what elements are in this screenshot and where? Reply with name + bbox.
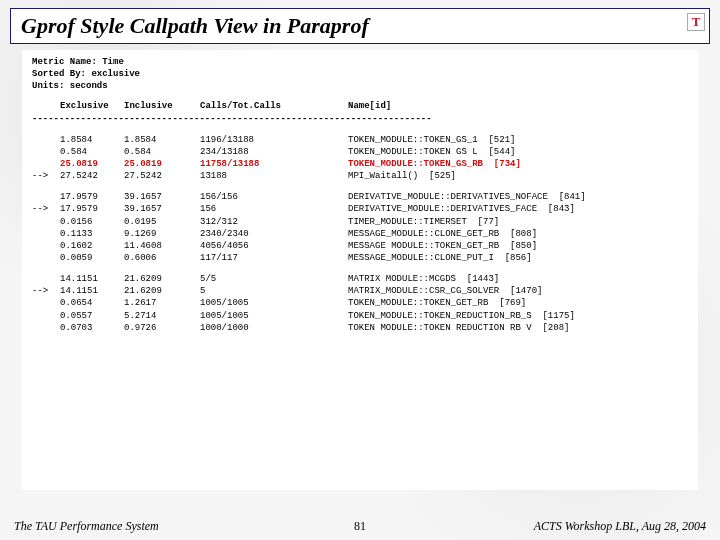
inclusive-cell: 5.2714	[124, 310, 200, 322]
table-row: 14.115121.62095/5MATRIX MODULE::MCGDS [1…	[32, 273, 688, 285]
call-group: 17.957939.1657156/156DERIVATIVE_MODULE::…	[32, 191, 688, 264]
calls-cell: 1005/1005	[200, 297, 348, 309]
exclusive-cell: 17.9579	[60, 191, 124, 203]
name-cell: TOKEN_MODULE::TOKEN_GET_RB [769]	[348, 297, 688, 309]
name-cell: MPI_Waitall() [525]	[348, 170, 688, 182]
table-row: 0.160211.46084056/4056MESSAGE MODULE::TO…	[32, 240, 688, 252]
arrow-cell: -->	[32, 285, 60, 297]
exclusive-cell: 27.5242	[60, 170, 124, 182]
col-spacer	[32, 100, 60, 112]
name-cell: DERIVATIVE_MODULE::DERIVATIVES_FACE [843…	[348, 203, 688, 215]
logo-letter: T	[692, 14, 701, 30]
table-row: -->14.115121.62095MATRIX_MODULE::CSR_CG_…	[32, 285, 688, 297]
arrow-cell: -->	[32, 203, 60, 215]
name-cell: MESSAGE_MODULE::CLONE_PUT_I [856]	[348, 252, 688, 264]
calls-cell: 1005/1005	[200, 310, 348, 322]
exclusive-cell: 25.0819	[60, 158, 124, 170]
inclusive-cell: 25.0819	[124, 158, 200, 170]
arrow-cell	[32, 228, 60, 240]
table-row: 0.00590.6006117/117MESSAGE_MODULE::CLONE…	[32, 252, 688, 264]
col-inclusive: Inclusive	[124, 100, 200, 112]
call-group: 1.85841.85841196/13188TOKEN_MODULE::TOKE…	[32, 134, 688, 183]
calls-cell: 234/13188	[200, 146, 348, 158]
exclusive-cell: 0.1133	[60, 228, 124, 240]
arrow-cell	[32, 310, 60, 322]
name-cell: MATRIX_MODULE::CSR_CG_SOLVER [1470]	[348, 285, 688, 297]
table-row: 0.07030.97261000/1000TOKEN MODULE::TOKEN…	[32, 322, 688, 334]
exclusive-cell: 17.9579	[60, 203, 124, 215]
exclusive-cell: 0.0654	[60, 297, 124, 309]
arrow-cell: -->	[32, 170, 60, 182]
calls-cell: 5	[200, 285, 348, 297]
exclusive-cell: 14.1151	[60, 285, 124, 297]
slide-title: Gprof Style Callpath View in Paraprof	[21, 13, 369, 38]
content-area: Metric Name: Time Sorted By: exclusive U…	[22, 50, 698, 490]
calls-cell: 117/117	[200, 252, 348, 264]
exclusive-cell: 0.0156	[60, 216, 124, 228]
inclusive-cell: 0.9726	[124, 322, 200, 334]
footer-page-number: 81	[354, 519, 366, 534]
units-line: Units: seconds	[32, 80, 688, 92]
name-cell: TOKEN_MODULE::TOKEN_GS_RB [734]	[348, 158, 688, 170]
exclusive-cell: 0.1602	[60, 240, 124, 252]
calls-cell: 312/312	[200, 216, 348, 228]
name-cell: MESSAGE MODULE::TOKEN_GET_RB [850]	[348, 240, 688, 252]
inclusive-cell: 9.1269	[124, 228, 200, 240]
inclusive-cell: 27.5242	[124, 170, 200, 182]
calls-cell: 156/156	[200, 191, 348, 203]
table-row: -->27.524227.524213188MPI_Waitall() [525…	[32, 170, 688, 182]
calls-cell: 5/5	[200, 273, 348, 285]
exclusive-cell: 0.584	[60, 146, 124, 158]
inclusive-cell: 0.6006	[124, 252, 200, 264]
groups-container: 1.85841.85841196/13188TOKEN_MODULE::TOKE…	[32, 134, 688, 334]
col-calls: Calls/Tot.Calls	[200, 100, 348, 112]
name-cell: TOKEN MODULE::TOKEN REDUCTION RB V [208]	[348, 322, 688, 334]
calls-cell: 2340/2340	[200, 228, 348, 240]
calls-cell: 4056/4056	[200, 240, 348, 252]
footer-right: ACTS Workshop LBL, Aug 28, 2004	[534, 519, 706, 534]
arrow-cell	[32, 191, 60, 203]
arrow-cell	[32, 158, 60, 170]
sorted-by-line: Sorted By: exclusive	[32, 68, 688, 80]
arrow-cell	[32, 252, 60, 264]
exclusive-cell: 0.0059	[60, 252, 124, 264]
inclusive-cell: 1.8584	[124, 134, 200, 146]
table-row: 0.06541.26171005/1005TOKEN_MODULE::TOKEN…	[32, 297, 688, 309]
arrow-cell	[32, 273, 60, 285]
table-row: 0.5840.584234/13188TOKEN_MODULE::TOKEN G…	[32, 146, 688, 158]
inclusive-cell: 21.6209	[124, 285, 200, 297]
exclusive-cell: 0.0557	[60, 310, 124, 322]
inclusive-cell: 39.1657	[124, 191, 200, 203]
calls-cell: 156	[200, 203, 348, 215]
calls-cell: 11758/13188	[200, 158, 348, 170]
exclusive-cell: 0.0703	[60, 322, 124, 334]
name-cell: TIMER_MODULE::TIMERSET [77]	[348, 216, 688, 228]
arrow-cell	[32, 146, 60, 158]
arrow-cell	[32, 240, 60, 252]
table-row: -->17.957939.1657156DERIVATIVE_MODULE::D…	[32, 203, 688, 215]
inclusive-cell: 1.2617	[124, 297, 200, 309]
name-cell: DERIVATIVE_MODULE::DERIVATIVES_NOFACE [8…	[348, 191, 688, 203]
calls-cell: 1000/1000	[200, 322, 348, 334]
col-exclusive: Exclusive	[60, 100, 124, 112]
column-headers: Exclusive Inclusive Calls/Tot.Calls Name…	[32, 100, 688, 112]
calls-cell: 13188	[200, 170, 348, 182]
meta-header: Metric Name: Time Sorted By: exclusive U…	[32, 56, 688, 92]
metric-name-line: Metric Name: Time	[32, 56, 688, 68]
call-group: 14.115121.62095/5MATRIX MODULE::MCGDS [1…	[32, 273, 688, 334]
inclusive-cell: 0.584	[124, 146, 200, 158]
footer-left: The TAU Performance System	[14, 519, 159, 534]
table-row: 17.957939.1657156/156DERIVATIVE_MODULE::…	[32, 191, 688, 203]
name-cell: TOKEN_MODULE::TOKEN_GS_1 [521]	[348, 134, 688, 146]
calls-cell: 1196/13188	[200, 134, 348, 146]
arrow-cell	[32, 297, 60, 309]
name-cell: TOKEN_MODULE::TOKEN_REDUCTION_RB_S [1175…	[348, 310, 688, 322]
table-row: 0.11339.12692340/2340MESSAGE_MODULE::CLO…	[32, 228, 688, 240]
footer: The TAU Performance System 81 ACTS Works…	[0, 519, 720, 534]
exclusive-cell: 14.1151	[60, 273, 124, 285]
table-row: 0.01560.0195312/312TIMER_MODULE::TIMERSE…	[32, 216, 688, 228]
exclusive-cell: 1.8584	[60, 134, 124, 146]
arrow-cell	[32, 216, 60, 228]
table-row: 25.081925.081911758/13188TOKEN_MODULE::T…	[32, 158, 688, 170]
name-cell: MATRIX MODULE::MCGDS [1443]	[348, 273, 688, 285]
